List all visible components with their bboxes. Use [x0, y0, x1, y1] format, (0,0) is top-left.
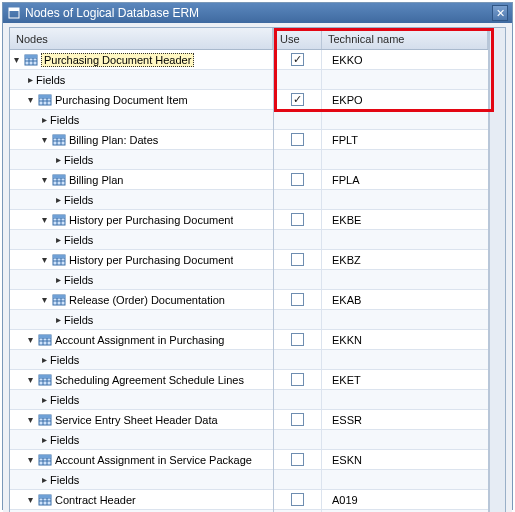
tree-row[interactable]: ▸Fields [10, 270, 273, 290]
expand-icon[interactable]: ▸ [38, 434, 50, 446]
node-label[interactable]: Fields [64, 234, 93, 246]
collapse-icon[interactable]: ▾ [24, 334, 36, 346]
use-checkbox[interactable] [291, 493, 304, 506]
tree-row[interactable]: ▾Billing Plan [10, 170, 273, 190]
node-label[interactable]: Billing Plan: Dates [69, 134, 158, 146]
detail-row [274, 270, 488, 290]
tree-row[interactable]: ▾Purchasing Document Header [10, 50, 273, 70]
collapse-icon[interactable]: ▾ [38, 134, 50, 146]
collapse-icon[interactable]: ▾ [24, 454, 36, 466]
collapse-icon[interactable]: ▾ [24, 94, 36, 106]
svg-rect-19 [53, 135, 65, 138]
tree-row[interactable]: ▸Fields [10, 230, 273, 250]
expand-icon[interactable]: ▸ [38, 354, 50, 366]
node-label[interactable]: Account Assignment in Service Package [55, 454, 252, 466]
node-label[interactable]: Fields [50, 354, 79, 366]
vscrollbar[interactable] [489, 28, 505, 512]
tree-row[interactable]: ▸Fields [10, 310, 273, 330]
use-checkbox[interactable] [291, 413, 304, 426]
technical-name: EKBZ [322, 250, 361, 269]
tree-row[interactable]: ▸Fields [10, 190, 273, 210]
node-label[interactable]: Fields [50, 114, 79, 126]
collapse-icon[interactable]: ▾ [38, 254, 50, 266]
collapse-icon[interactable]: ▾ [24, 374, 36, 386]
column-header-use[interactable]: Use [274, 28, 322, 49]
node-label[interactable]: Contract Header [55, 494, 136, 506]
node-label[interactable]: Fields [50, 394, 79, 406]
node-label[interactable]: Release (Order) Documentation [69, 294, 225, 306]
tree-row[interactable]: ▾Purchasing Document Item [10, 90, 273, 110]
node-label[interactable]: Fields [64, 274, 93, 286]
technical-name [322, 350, 332, 369]
expand-icon[interactable]: ▸ [24, 74, 36, 86]
node-label[interactable]: Service Entry Sheet Header Data [55, 414, 218, 426]
node-label[interactable]: Billing Plan [69, 174, 123, 186]
node-label[interactable]: History per Purchasing Document [69, 214, 233, 226]
node-label[interactable]: Fields [36, 74, 65, 86]
close-icon[interactable]: ✕ [492, 5, 508, 21]
use-checkbox[interactable] [291, 453, 304, 466]
use-checkbox[interactable] [291, 293, 304, 306]
tree-row[interactable]: ▸Fields [10, 430, 273, 450]
node-label[interactable]: Fields [50, 434, 79, 446]
tree-row[interactable]: ▸Fields [10, 150, 273, 170]
use-checkbox[interactable] [291, 373, 304, 386]
detail-row [274, 150, 488, 170]
column-header-tech[interactable]: Technical name [322, 28, 488, 49]
node-label[interactable]: Fields [50, 474, 79, 486]
tree-row[interactable]: ▾Service Entry Sheet Header Data [10, 410, 273, 430]
use-cell [274, 90, 322, 109]
collapse-icon[interactable]: ▾ [24, 494, 36, 506]
use-checkbox[interactable] [291, 253, 304, 266]
tree-row[interactable]: ▾History per Purchasing Document [10, 250, 273, 270]
technical-name: FPLA [322, 170, 360, 189]
tree-row[interactable]: ▾Release (Order) Documentation [10, 290, 273, 310]
use-checkbox[interactable] [291, 333, 304, 346]
detail-row [274, 110, 488, 130]
tree-row[interactable]: ▾Account Assignment in Purchasing [10, 330, 273, 350]
expand-icon[interactable]: ▸ [52, 194, 64, 206]
node-label[interactable]: Account Assignment in Purchasing [55, 334, 224, 346]
technical-name: EKET [322, 370, 361, 389]
titlebar[interactable]: Nodes of Logical Database ERM ✕ [3, 3, 512, 23]
tree-cell: ▸Fields [10, 434, 83, 446]
node-label[interactable]: Purchasing Document Header [41, 53, 194, 67]
expand-icon[interactable]: ▸ [52, 314, 64, 326]
tree-row[interactable]: ▸Fields [10, 110, 273, 130]
node-label[interactable]: History per Purchasing Document [69, 254, 233, 266]
use-checkbox[interactable] [291, 133, 304, 146]
technical-name: EKKO [322, 50, 363, 69]
tree-row[interactable]: ▾Contract Header [10, 490, 273, 510]
collapse-icon[interactable]: ▾ [24, 414, 36, 426]
use-checkbox[interactable] [291, 93, 304, 106]
expand-icon[interactable]: ▸ [52, 274, 64, 286]
tree-row[interactable]: ▾Scheduling Agreement Schedule Lines [10, 370, 273, 390]
column-header-nodes[interactable]: Nodes [10, 28, 273, 49]
use-checkbox[interactable] [291, 213, 304, 226]
expand-icon[interactable]: ▸ [52, 234, 64, 246]
node-label[interactable]: Fields [64, 154, 93, 166]
collapse-icon[interactable]: ▾ [38, 174, 50, 186]
tree-row[interactable]: ▸Fields [10, 390, 273, 410]
expand-icon[interactable]: ▸ [52, 154, 64, 166]
tree-cell: ▸Fields [10, 394, 83, 406]
collapse-icon[interactable]: ▾ [10, 54, 22, 66]
tree-row[interactable]: ▾Billing Plan: Dates [10, 130, 273, 150]
node-label[interactable]: Fields [64, 314, 93, 326]
collapse-icon[interactable]: ▾ [38, 294, 50, 306]
tree-row[interactable]: ▸Fields [10, 350, 273, 370]
tree-row[interactable]: ▾History per Purchasing Document [10, 210, 273, 230]
tree-row[interactable]: ▸Fields [10, 70, 273, 90]
node-label[interactable]: Purchasing Document Item [55, 94, 188, 106]
node-label[interactable]: Fields [64, 194, 93, 206]
tree-row[interactable]: ▸Fields [10, 470, 273, 490]
use-cell [274, 290, 322, 309]
collapse-icon[interactable]: ▾ [38, 214, 50, 226]
use-checkbox[interactable] [291, 53, 304, 66]
expand-icon[interactable]: ▸ [38, 114, 50, 126]
tree-row[interactable]: ▾Account Assignment in Service Package [10, 450, 273, 470]
expand-icon[interactable]: ▸ [38, 394, 50, 406]
node-label[interactable]: Scheduling Agreement Schedule Lines [55, 374, 244, 386]
use-checkbox[interactable] [291, 173, 304, 186]
expand-icon[interactable]: ▸ [38, 474, 50, 486]
